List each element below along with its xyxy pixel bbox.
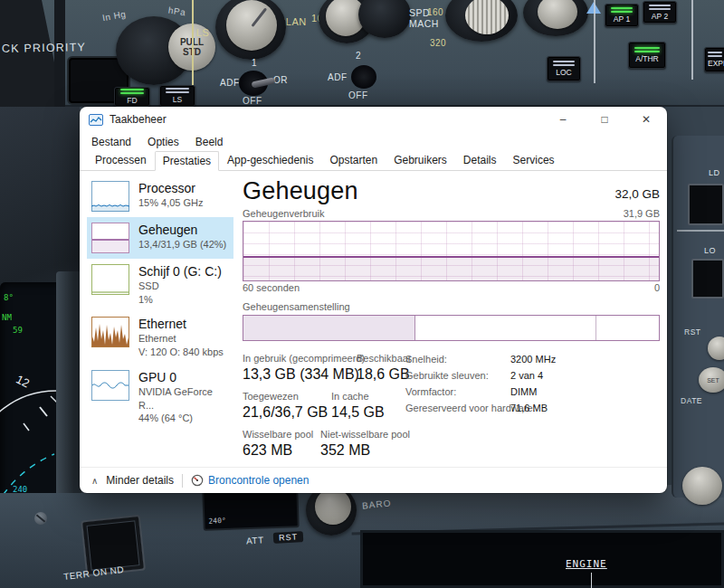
sidebar-schijf-text: Schijf 0 (G: C:) SSD 1%	[138, 264, 222, 306]
exped-button-label: EXPED	[708, 59, 724, 68]
sidebar-item-ethernet[interactable]: Ethernet Ethernet V: 120 O: 840 kbps	[87, 311, 233, 364]
ap1-button[interactable]: AP 1	[605, 4, 639, 27]
composition-free-segment	[596, 316, 659, 340]
usage-chart-max: 31,9 GB	[624, 208, 660, 219]
adf2-num-label: 2	[356, 51, 361, 61]
stat-toegewezen-label: Toegewezen	[243, 391, 331, 402]
page-title: Geheugen	[243, 177, 358, 205]
detail-vormfactor-value: DIMM	[510, 386, 537, 397]
stat-wisselbare-pool-value: 623 MB	[243, 442, 320, 459]
ls-button[interactable]: LS	[159, 85, 195, 107]
tab-opstarten[interactable]: Opstarten	[321, 151, 386, 170]
adf2-toggle[interactable]	[351, 65, 376, 89]
spd-mach-label: SPD MACH	[409, 7, 439, 29]
tab-gebruikers[interactable]: Gebruikers	[386, 151, 455, 170]
clock-ld-label: LD	[709, 168, 720, 177]
efis-mode-knob[interactable]	[226, 0, 277, 51]
sidebar-item-processor[interactable]: Processor 15% 4,05 GHz	[87, 175, 233, 217]
tab-strip: Processen Prestaties App-geschiedenis Op…	[80, 152, 667, 171]
status-bar: ∧ Minder details Broncontrole openen	[80, 467, 667, 493]
minder-details-button[interactable]: Minder details	[106, 474, 174, 487]
engine-label: ENGINE	[566, 558, 607, 570]
composition-standby-segment	[415, 316, 596, 340]
efis-knob-pointer	[251, 8, 267, 28]
nd-bezel	[56, 271, 81, 525]
detail-snelheid-value: 3200 MHz	[510, 354, 556, 365]
minimize-button[interactable]: –	[542, 107, 584, 132]
clock-button-1[interactable]	[688, 184, 724, 225]
sidebar-schijf-usage: 1%	[138, 293, 222, 307]
sidebar-gpu-usage: 44% (64 °C)	[138, 412, 230, 425]
maximize-button[interactable]: □	[584, 107, 625, 132]
range-320-label: 320	[430, 38, 446, 48]
detail-gereserveerd-value: 71,6 MB	[510, 403, 548, 413]
sidebar-item-gpu[interactable]: GPU 0 NVIDIA GeForce R... 44% (64 °C)	[87, 365, 233, 431]
clock-lo-label: LO	[704, 246, 716, 255]
stat-beschikbaar-label: Beschikbaar	[357, 353, 412, 364]
tab-prestaties[interactable]: Prestaties	[155, 151, 219, 171]
stat-in-gebruik-label: In gebruik (gecomprimeerd)	[243, 353, 357, 364]
sidebar-geheugen-stats: 13,4/31,9 GB (42%)	[138, 238, 226, 251]
ls-button-label: LS	[173, 95, 182, 104]
axis-left-label: 60 seconden	[243, 282, 300, 293]
menu-bestand[interactable]: Bestand	[83, 136, 139, 148]
sidebar-item-schijf[interactable]: Schijf 0 (G: C:) SSD 1%	[87, 259, 233, 311]
task-manager-window: Taakbeheer – □ ✕ Bestand Opties Beeld Pr…	[80, 107, 667, 493]
detail-vormfactor: Vormfactor: DIMM	[405, 386, 556, 397]
app-icon	[89, 114, 103, 126]
adf1-toggle[interactable]	[239, 71, 268, 96]
fd-button[interactable]: FD	[114, 87, 150, 107]
stat-wisselbare-pool: Wisselbare pool 623 MB	[243, 429, 320, 459]
tab-app-geschiedenis[interactable]: App-geschiedenis	[219, 151, 321, 170]
menu-opties[interactable]: Opties	[139, 136, 187, 148]
adf1-num-label: 1	[252, 58, 257, 68]
cpu-thumbnail-chart	[91, 181, 129, 212]
detail-gereserveerd: Gereserveerd voor hardware: 71,6 MB	[405, 403, 556, 413]
menu-beeld[interactable]: Beeld	[187, 136, 232, 148]
close-button[interactable]: ✕	[625, 107, 667, 132]
stat-in-cache: In cache 14,5 GB	[331, 391, 385, 421]
sidebar-item-geheugen[interactable]: Geheugen 13,4/31,9 GB (42%)	[87, 217, 233, 259]
sidebar-processor-stats: 15% 4,05 GHz	[138, 196, 204, 210]
fd-button-bars	[120, 89, 144, 94]
fd-button-label: FD	[127, 96, 137, 105]
title-bar[interactable]: Taakbeheer – □ ✕	[80, 107, 667, 132]
stat-beschikbaar: Beschikbaar 18,6 GB	[357, 353, 412, 383]
sidebar-ethernet-adapter: Ethernet	[138, 332, 224, 346]
detail-gereserveerd-label: Gereserveerd voor hardware:	[405, 403, 510, 413]
stat-niet-wisselbare-pool: Niet-wisselbare pool 352 MB	[320, 429, 410, 459]
performance-content: Processor 15% 4,05 GHz Geheugen 13,4/31,…	[80, 171, 667, 467]
ethernet-thumbnail-chart	[91, 317, 129, 347]
tab-processen[interactable]: Processen	[87, 151, 155, 170]
exped-button[interactable]: EXPED	[704, 47, 724, 72]
clock-lower-knob[interactable]	[682, 467, 722, 505]
clock-display-value: 240°	[208, 517, 226, 526]
efis-ls-label: LS	[196, 27, 209, 38]
broncontrole-link[interactable]: Broncontrole openen	[191, 474, 309, 487]
clock-set-knob[interactable]: SET	[699, 367, 724, 393]
stat-wisselbare-pool-label: Wisselbare pool	[243, 429, 320, 440]
athr-button[interactable]: A/THR	[628, 42, 666, 69]
att-rst-button[interactable]: RST	[273, 531, 304, 544]
sidebar-gpu-model: NVIDIA GeForce R...	[138, 385, 230, 413]
ap2-button[interactable]: AP 2	[643, 1, 677, 24]
sidebar-processor-text: Processor 15% 4,05 GHz	[138, 181, 204, 210]
tab-services[interactable]: Services	[505, 151, 563, 170]
panel-screw	[34, 512, 47, 525]
usage-chart-labels: Geheugenverbruik 31,9 GB	[243, 208, 660, 219]
loc-button[interactable]: LOC	[547, 56, 581, 81]
clock-panel-line	[677, 230, 724, 232]
ap1-button-label: AP 1	[614, 14, 630, 24]
chevron-up-icon: ∧	[91, 476, 98, 486]
usage-chart-axis: 60 seconden 0	[243, 282, 660, 293]
sidebar-geheugen-name: Geheugen	[138, 223, 226, 238]
baro-lower-knob[interactable]	[315, 488, 351, 525]
clock-button-2[interactable]	[691, 259, 724, 299]
memory-thumbnail-chart	[91, 223, 129, 253]
tab-details[interactable]: Details	[455, 151, 505, 170]
adf2-label: ADF	[328, 72, 348, 82]
memory-composition-bar[interactable]	[243, 315, 660, 341]
stat-toegewezen-value: 21,6/36,7 GB	[243, 404, 331, 421]
clock-date-label: DATE	[681, 396, 702, 405]
loc-button-label: LOC	[556, 68, 571, 77]
